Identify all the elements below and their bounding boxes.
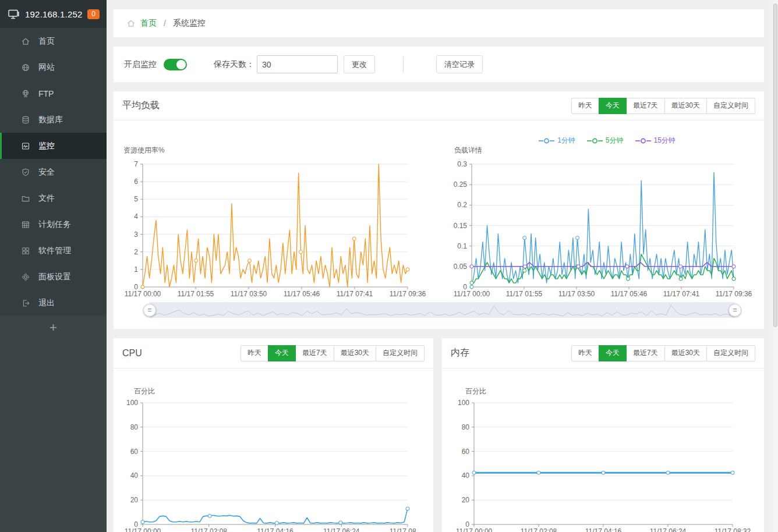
sidebar-item-files[interactable]: 文件 <box>0 185 107 211</box>
svg-text:80: 80 <box>130 423 139 431</box>
main-content: 首页 / 系统监控 开启监控 保存天数： 更改 清空记录 平均负载 昨天 今天 … <box>107 0 773 532</box>
globe-icon <box>21 63 30 72</box>
svg-text:11/17 08:32: 11/17 08:32 <box>390 527 416 532</box>
sidebar-item-cron[interactable]: 计划任务 <box>0 211 107 237</box>
home-icon <box>21 37 30 46</box>
sidebar-item-ftp[interactable]: FTP <box>0 80 107 107</box>
cpu-range-yesterday[interactable]: 昨天 <box>241 345 268 361</box>
monitor-chart-icon <box>21 141 30 151</box>
breadcrumb: 首页 / 系统监控 <box>114 9 764 37</box>
load-detail-chart: 负载详情00.050.10.150.20.250.311/17 00:0011/… <box>451 141 763 298</box>
svg-text:11/17 08:32: 11/17 08:32 <box>715 527 751 532</box>
svg-text:11/17 06:24: 11/17 06:24 <box>650 527 687 532</box>
sidebar-item-settings[interactable]: 面板设置 <box>0 264 107 290</box>
svg-text:6: 6 <box>134 178 138 186</box>
load-range-30days[interactable]: 最近30天 <box>664 98 707 114</box>
svg-text:1: 1 <box>134 265 138 274</box>
svg-text:11/17 00:00: 11/17 00:00 <box>125 290 161 298</box>
save-days-input[interactable] <box>257 55 338 73</box>
breadcrumb-current: 系统监控 <box>173 18 206 29</box>
resource-usage-chart: 资源使用率%0123456711/17 00:0011/17 01:5511/1… <box>122 141 428 298</box>
server-info[interactable]: 192.168.1.252 0 <box>0 0 107 28</box>
svg-text:11/17 07:41: 11/17 07:41 <box>663 290 700 298</box>
calendar-icon <box>21 220 30 229</box>
sidebar-menu: 首页 网站 FTP 数据库 监控 <box>0 28 107 316</box>
memory-range-today[interactable]: 今天 <box>599 345 627 361</box>
clear-records-button[interactable]: 清空记录 <box>436 55 483 73</box>
sidebar: 192.168.1.252 0 首页 网站 FTP 数据库 <box>0 0 107 532</box>
cpu-section-title: CPU <box>122 348 142 359</box>
gear-icon <box>21 272 30 282</box>
svg-text:11/17 01:55: 11/17 01:55 <box>178 290 214 298</box>
folder-icon <box>21 194 30 203</box>
divider <box>403 56 404 73</box>
message-count-badge[interactable]: 0 <box>87 9 100 19</box>
datazoom-right-handle[interactable]: = <box>729 304 741 317</box>
svg-text:11/17 02:08: 11/17 02:08 <box>190 527 227 532</box>
svg-text:11/17 09:36: 11/17 09:36 <box>716 290 752 298</box>
memory-range-yesterday[interactable]: 昨天 <box>571 345 599 361</box>
svg-text:11/17 03:50: 11/17 03:50 <box>231 290 267 298</box>
svg-text:5: 5 <box>134 195 138 203</box>
svg-text:100: 100 <box>458 399 469 407</box>
save-days-label: 保存天数： <box>214 59 254 70</box>
svg-text:0.1: 0.1 <box>457 242 467 250</box>
load-range-today[interactable]: 今天 <box>599 98 627 114</box>
memory-card: 内存 昨天 今天 最近7天 最近30天 自定义时间 百分比02040608010… <box>442 338 764 532</box>
svg-text:11/17 09:36: 11/17 09:36 <box>390 290 426 298</box>
svg-text:20: 20 <box>130 496 139 504</box>
svg-text:4: 4 <box>134 212 138 221</box>
svg-text:0.25: 0.25 <box>454 180 468 189</box>
datazoom-sparkline <box>150 302 735 318</box>
sidebar-item-security[interactable]: 安全 <box>0 159 107 185</box>
load-range-yesterday[interactable]: 昨天 <box>571 98 599 114</box>
datazoom-slider[interactable]: = = <box>150 302 735 318</box>
svg-text:11/17 02:08: 11/17 02:08 <box>521 527 557 532</box>
svg-text:11/17 00:00: 11/17 00:00 <box>125 527 161 532</box>
cpu-range-30days[interactable]: 最近30天 <box>334 345 376 361</box>
cpu-range-custom[interactable]: 自定义时间 <box>376 345 425 361</box>
svg-text:2: 2 <box>134 248 138 256</box>
change-button[interactable]: 更改 <box>344 55 375 73</box>
load-range-group: 昨天 今天 最近7天 最近30天 自定义时间 <box>571 98 755 114</box>
memory-range-custom[interactable]: 自定义时间 <box>706 345 755 361</box>
monitor-toggle[interactable] <box>164 59 187 70</box>
svg-text:11/17 04:16: 11/17 04:16 <box>585 527 622 532</box>
server-monitor-icon <box>8 9 20 19</box>
sidebar-item-logout[interactable]: 退出 <box>0 290 107 316</box>
svg-text:负载详情: 负载详情 <box>454 146 482 154</box>
svg-text:0.05: 0.05 <box>454 263 468 271</box>
svg-text:11/17 04:16: 11/17 04:16 <box>257 527 293 532</box>
svg-text:0.3: 0.3 <box>457 160 467 168</box>
page-scrollbar[interactable] <box>773 0 778 532</box>
cpu-range-7days[interactable]: 最近7天 <box>295 345 334 361</box>
breadcrumb-separator: / <box>164 19 166 28</box>
svg-text:11/17 00:00: 11/17 00:00 <box>454 290 490 298</box>
sidebar-item-home[interactable]: 首页 <box>0 28 107 54</box>
sidebar-item-software[interactable]: 软件管理 <box>0 237 107 264</box>
monitor-controls: 开启监控 保存天数： 更改 清空记录 <box>114 47 764 82</box>
load-range-7days[interactable]: 最近7天 <box>626 98 665 114</box>
svg-text:60: 60 <box>462 448 470 456</box>
cpu-range-today[interactable]: 今天 <box>268 345 296 361</box>
memory-range-7days[interactable]: 最近7天 <box>626 345 665 361</box>
memory-range-30days[interactable]: 最近30天 <box>664 345 707 361</box>
svg-text:11/17 01:55: 11/17 01:55 <box>506 290 543 298</box>
home-icon <box>126 19 136 28</box>
sidebar-item-database[interactable]: 数据库 <box>0 107 107 133</box>
average-load-card: 平均负载 昨天 今天 最近7天 最近30天 自定义时间 1分钟 5分钟 15分钟 <box>114 91 764 329</box>
sidebar-item-monitor[interactable]: 监控 <box>0 133 107 159</box>
load-section-title: 平均负载 <box>122 100 160 112</box>
breadcrumb-home-link[interactable]: 首页 <box>140 18 157 29</box>
cpu-range-group: 昨天 今天 最近7天 最近30天 自定义时间 <box>241 345 425 361</box>
svg-text:11/17 05:46: 11/17 05:46 <box>284 290 320 298</box>
datazoom-left-handle[interactable]: = <box>143 304 156 317</box>
database-icon <box>21 115 30 125</box>
svg-text:11/17 03:50: 11/17 03:50 <box>558 290 595 298</box>
svg-text:60: 60 <box>130 448 139 456</box>
load-range-custom[interactable]: 自定义时间 <box>706 98 755 114</box>
sidebar-item-website[interactable]: 网站 <box>0 54 107 80</box>
memory-section-title: 内存 <box>451 347 469 359</box>
add-shortcut-button[interactable]: + <box>0 316 107 342</box>
scrollbar-thumb[interactable] <box>773 3 777 327</box>
